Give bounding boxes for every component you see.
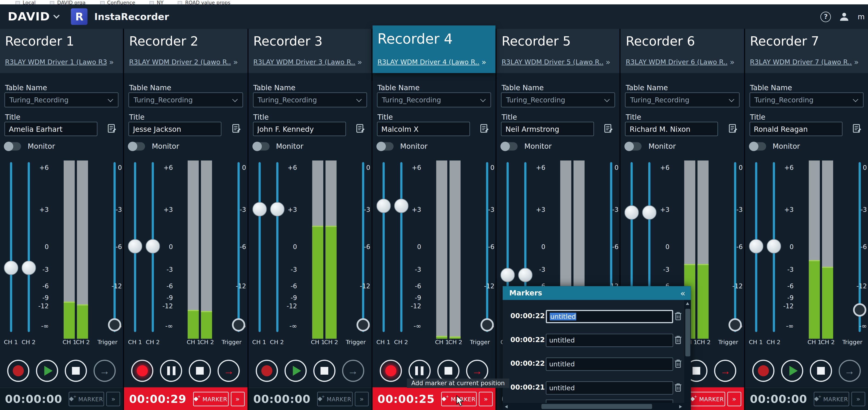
fader-track-ch2[interactable]	[28, 162, 30, 332]
david-logo[interactable]: DAVID	[8, 10, 50, 23]
stop-button[interactable]	[313, 360, 335, 382]
edit-title-icon[interactable]	[477, 121, 492, 136]
driver-expand-icon[interactable]: »	[357, 58, 362, 67]
add-marker-button[interactable]: +MARKER	[69, 392, 104, 406]
title-input[interactable]	[749, 122, 842, 136]
edit-title-icon[interactable]	[849, 121, 865, 136]
marker-list-expand-button[interactable]: »	[230, 392, 244, 406]
monitor-toggle[interactable]	[749, 142, 766, 151]
bookmark-item[interactable]: Local	[16, 0, 36, 4]
marker-list-expand-button[interactable]: »	[727, 392, 741, 406]
trash-icon[interactable]	[674, 336, 683, 345]
recorder-header[interactable]: Recorder 2 R3LAY WDM Driver 2 (Lawo R...…	[124, 29, 247, 73]
user-icon[interactable]	[839, 11, 850, 22]
scrollbar-thumb[interactable]	[685, 309, 690, 356]
fader-knob-ch1[interactable]	[128, 239, 143, 253]
fader-knob-ch1[interactable]	[625, 205, 639, 220]
bookmark-item[interactable]: NY	[150, 0, 163, 4]
add-marker-button[interactable]: +MARKER	[193, 392, 228, 406]
monitor-toggle[interactable]	[4, 142, 21, 151]
bookmark-item[interactable]: DAVID orga	[50, 0, 86, 4]
monitor-toggle[interactable]	[625, 142, 642, 151]
driver-link[interactable]: R3LAY WDM Driver 4 (Lawo R...	[377, 58, 479, 66]
driver-expand-icon[interactable]: »	[854, 58, 859, 67]
driver-expand-icon[interactable]: »	[482, 58, 486, 67]
title-input[interactable]	[625, 122, 718, 136]
next-button[interactable]: →	[714, 360, 737, 382]
fader-knob-ch2[interactable]	[767, 239, 781, 253]
marker-name-input[interactable]: untitled	[546, 334, 673, 347]
fader-knob-ch2[interactable]	[642, 205, 657, 220]
trigger-knob[interactable]	[108, 318, 121, 332]
title-input[interactable]	[377, 122, 470, 136]
stop-button[interactable]	[189, 360, 211, 382]
driver-link[interactable]: R3LAY WDM Driver 1 (Lawo R3L...	[5, 58, 107, 66]
bookmark-item[interactable]: ROAD value props	[178, 0, 230, 4]
title-input[interactable]	[501, 122, 594, 136]
table-name-select[interactable]: Turing_Recording	[129, 93, 243, 107]
scroll-right-icon[interactable]	[679, 405, 682, 408]
stop-button[interactable]	[65, 360, 87, 382]
fader-knob-ch2[interactable]	[270, 202, 284, 217]
recorder-header[interactable]: Recorder 7 R3LAY WDM Driver 7 (Lawo R...…	[745, 29, 868, 73]
trigger-knob[interactable]	[356, 318, 370, 332]
play-pause-button[interactable]	[781, 360, 803, 382]
add-marker-button[interactable]: +MARKER	[317, 392, 352, 406]
fader-knob-ch1[interactable]	[501, 268, 515, 282]
fader-knob-ch1[interactable]	[749, 239, 763, 253]
play-pause-button[interactable]	[160, 360, 182, 382]
record-button[interactable]	[752, 360, 774, 382]
record-button[interactable]	[379, 360, 402, 382]
marker-list-expand-button[interactable]: »	[355, 392, 369, 406]
fader-track-ch1[interactable]	[382, 162, 384, 332]
table-name-select[interactable]: Turing_Recording	[377, 93, 491, 107]
monitor-toggle[interactable]	[377, 142, 393, 151]
fader-knob-ch1[interactable]	[4, 260, 19, 275]
monitor-toggle[interactable]	[129, 142, 145, 151]
driver-expand-icon[interactable]: »	[109, 58, 114, 67]
marker-list-expand-button[interactable]: »	[851, 392, 865, 406]
driver-expand-icon[interactable]: »	[233, 58, 238, 67]
next-button[interactable]: →	[93, 360, 116, 382]
fader-knob-ch2[interactable]	[146, 239, 160, 253]
recorder-header[interactable]: Recorder 6 R3LAY WDM Driver 6 (Lawo R...…	[621, 29, 744, 73]
help-icon[interactable]: ?	[820, 11, 831, 22]
horizontal-scrollbar[interactable]	[503, 403, 691, 410]
driver-link[interactable]: R3LAY WDM Driver 5 (Lawo R...	[501, 58, 603, 66]
marker-list-expand-button[interactable]: »	[479, 392, 493, 406]
table-name-select[interactable]: Turing_Recording	[253, 93, 367, 107]
vertical-scrollbar[interactable]	[684, 300, 691, 403]
record-button[interactable]	[7, 360, 29, 382]
driver-expand-icon[interactable]: »	[606, 58, 611, 67]
title-input[interactable]	[4, 122, 97, 136]
fader-track-ch1[interactable]	[10, 162, 12, 332]
play-pause-button[interactable]	[36, 360, 58, 382]
scrollbar-thumb[interactable]	[541, 404, 652, 409]
next-button[interactable]: →	[218, 360, 240, 382]
fader-knob-ch2[interactable]	[394, 198, 408, 213]
trash-icon[interactable]	[674, 383, 683, 392]
recorder-header[interactable]: Recorder 3 R3LAY WDM Driver 3 (Lawo R...…	[248, 29, 371, 73]
monitor-toggle[interactable]	[501, 142, 518, 151]
driver-link[interactable]: R3LAY WDM Driver 7 (Lawo R...	[750, 58, 852, 66]
fader-knob-ch1[interactable]	[252, 202, 267, 217]
trash-icon[interactable]	[674, 312, 683, 321]
driver-link[interactable]: R3LAY WDM Driver 3 (Lawo R...	[253, 58, 355, 66]
driver-link[interactable]: R3LAY WDM Driver 6 (Lawo R...	[626, 58, 728, 66]
recorder-header[interactable]: Recorder 1 R3LAY WDM Driver 1 (Lawo R3L.…	[0, 29, 123, 73]
table-name-select[interactable]: Turing_Recording	[749, 93, 863, 107]
bookmark-item[interactable]: Confluence	[100, 0, 135, 4]
fader-knob-ch2[interactable]	[22, 260, 36, 275]
markers-panel-header[interactable]: Markers «	[503, 286, 691, 300]
title-input[interactable]	[129, 122, 222, 136]
edit-title-icon[interactable]	[352, 121, 368, 136]
scroll-left-icon[interactable]	[505, 405, 508, 408]
table-name-select[interactable]: Turing_Recording	[501, 93, 615, 107]
scroll-up-icon[interactable]	[686, 302, 689, 305]
chevron-down-icon[interactable]	[54, 12, 60, 19]
edit-title-icon[interactable]	[104, 121, 120, 136]
marker-name-input[interactable]: untitled	[546, 310, 673, 323]
table-name-select[interactable]: Turing_Recording	[625, 93, 739, 107]
driver-link[interactable]: R3LAY WDM Driver 2 (Lawo R...	[129, 58, 231, 66]
recorder-header[interactable]: Recorder 5 R3LAY WDM Driver 5 (Lawo R...…	[497, 29, 620, 73]
